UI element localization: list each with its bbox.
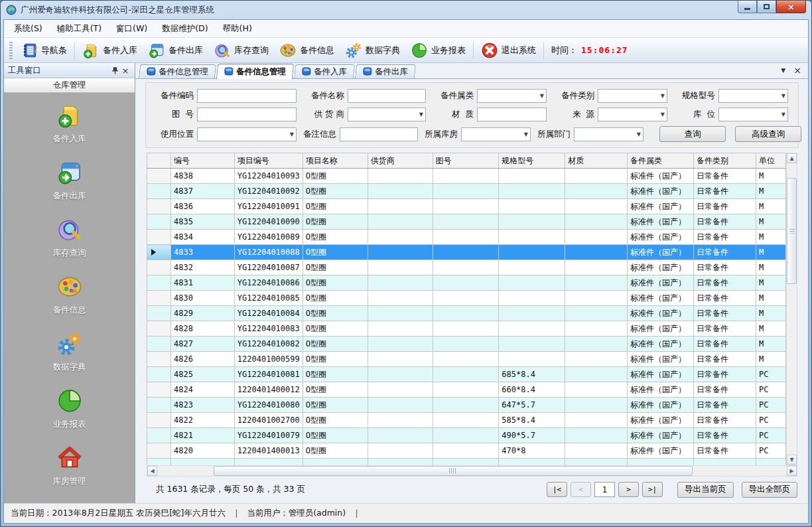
table-cell[interactable]: 日常备件 — [694, 214, 756, 230]
table-cell[interactable] — [368, 398, 433, 413]
table-cell[interactable]: YG12204010087 — [234, 260, 303, 275]
table-cell[interactable]: 日常备件 — [694, 398, 756, 413]
toolbar-grip[interactable] — [9, 42, 13, 59]
table-cell[interactable]: O型圈 — [303, 382, 368, 398]
table-cell[interactable]: 标准件（国产） — [628, 337, 694, 352]
table-cell[interactable]: 4820 — [170, 443, 234, 459]
dropdown-field[interactable] — [461, 127, 531, 141]
table-cell[interactable]: PC — [756, 413, 785, 428]
table-cell[interactable]: 日常备件 — [694, 230, 756, 245]
table-cell[interactable]: YG12204010079 — [234, 428, 303, 443]
table-cell[interactable] — [499, 352, 565, 367]
toolbar-button-3[interactable]: 库存查询 — [208, 40, 274, 61]
menu-item-2[interactable]: 窗口(W) — [109, 21, 155, 37]
table-cell[interactable] — [499, 291, 565, 306]
table-cell[interactable] — [368, 443, 433, 459]
table-cell[interactable]: 标准件（国产） — [628, 413, 694, 428]
table-cell[interactable]: 日常备件 — [694, 337, 756, 352]
table-row[interactable]: 4821YG12204010079O型圈490*5.7标准件（国产）日常备件PC — [147, 428, 786, 443]
table-cell[interactable]: YG12204010086 — [234, 275, 303, 291]
table-cell[interactable]: 标准件（国产） — [628, 352, 694, 367]
table-cell[interactable]: 日常备件 — [694, 169, 756, 184]
table-cell[interactable]: 4828 — [170, 321, 234, 337]
sidebar-item-1[interactable]: 备件出库 — [4, 159, 135, 202]
table-cell[interactable]: 标准件（国产） — [628, 214, 694, 230]
table-cell[interactable]: 4837 — [170, 184, 234, 199]
table-row[interactable]: 4838YG12204010093O型圈标准件（国产）日常备件M — [147, 169, 786, 184]
table-cell[interactable]: O型圈 — [303, 398, 368, 413]
table-cell[interactable]: 标准件（国产） — [628, 382, 694, 398]
text-input-field[interactable] — [340, 127, 418, 141]
table-row[interactable]: 4834YG12204010089O型圈标准件（国产）日常备件M — [147, 230, 786, 245]
page-number-input[interactable]: 1 — [594, 482, 615, 497]
table-cell[interactable]: 1220401002700 — [234, 413, 303, 428]
column-header[interactable]: 规格型号 — [499, 153, 565, 169]
table-cell[interactable] — [565, 214, 628, 230]
table-cell[interactable] — [368, 321, 433, 337]
table-cell[interactable]: 标准件（国产） — [628, 398, 694, 413]
table-cell[interactable]: 日常备件 — [694, 413, 756, 428]
table-cell[interactable]: 4821 — [170, 428, 234, 443]
table-cell[interactable] — [499, 306, 565, 321]
vertical-scroll-thumb[interactable] — [787, 178, 797, 284]
table-cell[interactable] — [368, 169, 433, 184]
row-marker-cell[interactable] — [147, 382, 171, 398]
table-row[interactable]: 4825YG12204010081O型圈685*8.4标准件（国产）日常备件PC — [147, 367, 786, 382]
table-cell[interactable]: O型圈 — [303, 352, 368, 367]
dropdown-field[interactable] — [477, 89, 547, 103]
sidebar-item-0[interactable]: 备件入库 — [4, 102, 135, 145]
table-row[interactable]: 4831YG12204010086O型圈标准件（国产）日常备件M — [147, 275, 786, 291]
query-button[interactable]: 查询 — [659, 126, 726, 142]
table-cell[interactable] — [565, 169, 628, 184]
last-page-button[interactable]: >| — [642, 482, 663, 497]
table-cell[interactable]: 4825 — [170, 367, 234, 382]
table-cell[interactable]: O型圈 — [303, 169, 368, 184]
dropdown-field[interactable] — [197, 127, 297, 141]
menu-item-1[interactable]: 辅助工具(T) — [50, 21, 109, 37]
column-header[interactable]: 编号 — [170, 153, 234, 169]
toolbar-button-1[interactable]: 备件入库 — [77, 40, 143, 61]
text-input-field[interactable] — [477, 108, 547, 121]
row-marker-cell[interactable] — [147, 230, 171, 245]
table-cell[interactable]: PC — [756, 443, 785, 459]
table-cell[interactable]: O型圈 — [303, 184, 368, 199]
row-marker-cell[interactable] — [147, 291, 171, 306]
table-cell[interactable]: O型圈 — [303, 413, 368, 428]
table-cell[interactable]: 470*8 — [499, 443, 565, 459]
tab-0[interactable]: 备件信息管理 — [139, 64, 216, 78]
table-cell[interactable] — [368, 184, 433, 199]
table-cell[interactable] — [565, 413, 628, 428]
table-cell[interactable]: O型圈 — [303, 443, 368, 459]
table-row[interactable]: 4827YG12204010082O型圈标准件（国产）日常备件M — [147, 337, 786, 352]
table-cell[interactable] — [433, 275, 499, 291]
table-cell[interactable]: O型圈 — [303, 291, 368, 306]
column-header[interactable]: 备件属类 — [628, 153, 694, 169]
toolbar-button-2[interactable]: 备件出库 — [143, 40, 208, 61]
table-cell[interactable]: 4822 — [170, 413, 234, 428]
toolbar-button-0[interactable]: 导航条 — [15, 40, 72, 61]
table-cell[interactable]: 标准件（国产） — [628, 260, 694, 275]
table-cell[interactable]: O型圈 — [303, 230, 368, 245]
horizontal-scrollbar[interactable]: ◀ ▶ — [147, 465, 797, 477]
table-cell[interactable]: O型圈 — [303, 367, 368, 382]
table-cell[interactable] — [499, 230, 565, 245]
table-cell[interactable]: O型圈 — [303, 199, 368, 214]
table-cell[interactable]: YG12204010090 — [234, 214, 303, 230]
table-cell[interactable]: YG12204010084 — [234, 306, 303, 321]
table-cell[interactable]: O型圈 — [303, 260, 368, 275]
table-cell[interactable]: YG12204010085 — [234, 291, 303, 306]
table-cell[interactable]: M — [756, 214, 785, 230]
table-row[interactable]: 4832YG12204010087O型圈标准件（国产）日常备件M — [147, 260, 786, 275]
table-cell[interactable] — [433, 337, 499, 352]
menu-item-4[interactable]: 帮助(H) — [216, 21, 259, 37]
table-cell[interactable]: 日常备件 — [694, 321, 756, 337]
table-row[interactable]: 4828YG12204010083O型圈标准件（国产）日常备件M — [147, 321, 786, 337]
table-cell[interactable] — [433, 291, 499, 306]
scroll-down-icon[interactable]: ▼ — [787, 455, 797, 465]
table-cell[interactable]: 685*8.4 — [499, 367, 565, 382]
table-cell[interactable]: YG12204010081 — [234, 367, 303, 382]
tab-1[interactable]: 备件信息管理 — [216, 64, 294, 79]
table-cell[interactable]: 标准件（国产） — [628, 291, 694, 306]
table-cell[interactable] — [433, 230, 499, 245]
table-row[interactable]: 48201220401400013O型圈470*8标准件（国产）日常备件PC — [147, 443, 786, 459]
